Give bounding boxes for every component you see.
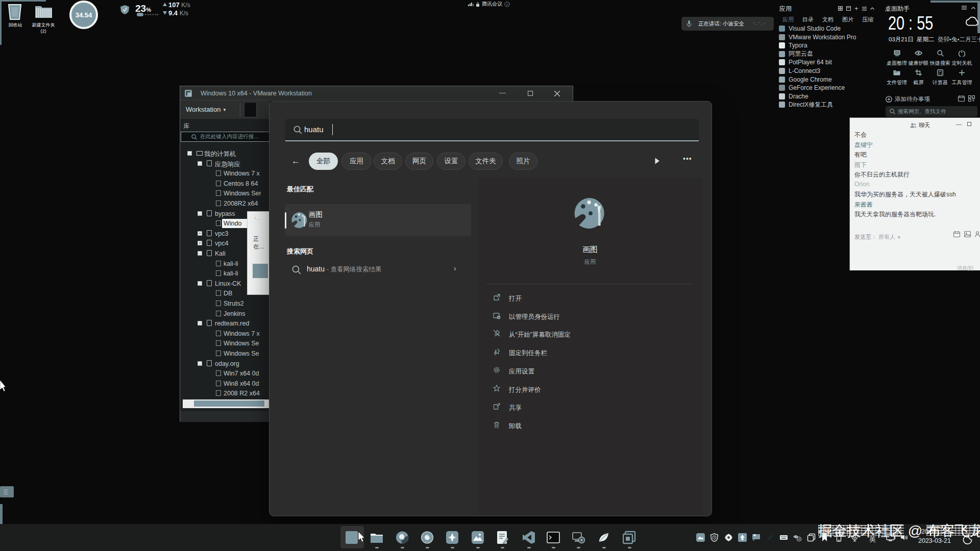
svg-text:i: i bbox=[507, 3, 508, 7]
